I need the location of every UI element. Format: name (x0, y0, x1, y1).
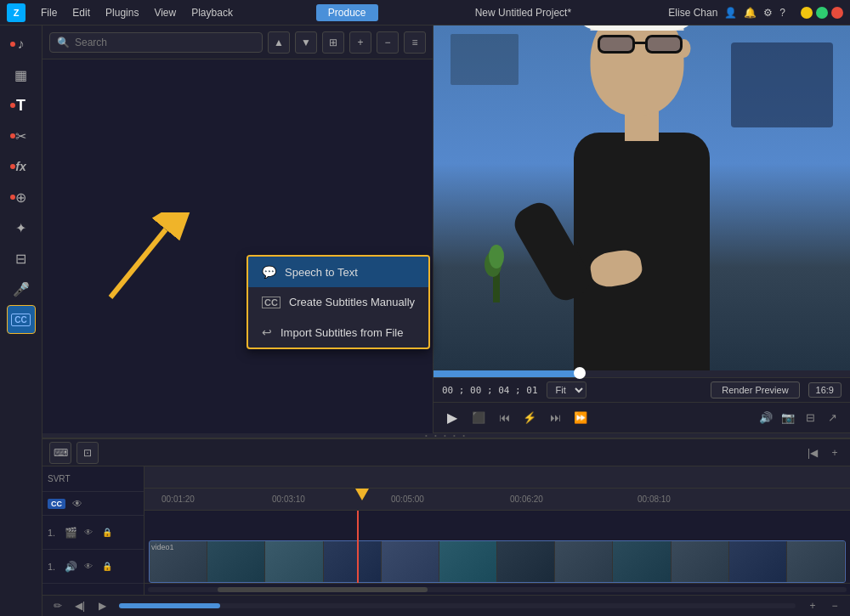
video-thumb-4 (324, 541, 382, 582)
prev-frame-button[interactable]: ⏮ (495, 411, 513, 424)
tool-text[interactable]: T (7, 91, 36, 120)
sort-up-button[interactable]: ▲ (268, 31, 290, 54)
content-area: 🔍 ▲ ▼ ⊞ + − ≡ (42, 25, 850, 616)
cc-eye-icon[interactable]: 👁 (72, 498, 82, 510)
menu-view[interactable]: View (147, 5, 183, 20)
timeline-fit-button[interactable]: ⊡ (76, 442, 99, 464)
audio-track-header: 1. 🔊 👁 🔒 (42, 550, 144, 584)
produce-button[interactable]: Produce (316, 4, 378, 21)
main-layout: ♪ ▦ T ✂ fx ⊕ ✦ ⊟ 🎤 CC (0, 25, 850, 616)
close-button[interactable] (831, 7, 843, 19)
glass-left (598, 35, 635, 54)
video-lock-button[interactable]: 🔒 (99, 525, 115, 540)
progress-bar[interactable] (434, 370, 850, 377)
go-start-button[interactable]: |◀ (804, 444, 821, 461)
sort-down-button[interactable]: ▼ (295, 31, 317, 54)
display-icon[interactable]: ⊟ (801, 411, 819, 424)
tool-template[interactable]: ⊟ (7, 244, 36, 273)
timeline-keyboard-button[interactable]: ⌨ (49, 442, 71, 464)
tool-particle[interactable]: ✦ (7, 213, 36, 242)
play-button[interactable]: ▶ (442, 410, 462, 426)
go-back-button[interactable]: ◀| (71, 597, 88, 614)
audio-eye-button[interactable]: 👁 (81, 559, 96, 574)
volume-icon[interactable]: 🔊 (756, 411, 775, 424)
minimize-button[interactable] (801, 7, 813, 19)
playback-controls: ▶ ⬛ ⏮ ⚡ ⏭ ⏩ 🔊 📷 ⊟ ↗ (434, 403, 850, 433)
ruler-mark-5: 00:08:10 (638, 494, 671, 504)
menu-playback[interactable]: Playback (184, 5, 240, 20)
progress-handle[interactable] (574, 367, 586, 379)
tool-motion[interactable]: ⊕ (7, 183, 36, 212)
tool-dot (10, 42, 15, 47)
glass-right (645, 35, 683, 54)
add-button[interactable]: + (349, 31, 371, 54)
motion-icon: ⊕ (15, 189, 26, 206)
effects-icon: fx (15, 160, 26, 173)
create-subtitles-label: Create Subtitles Manually (289, 296, 415, 308)
stop-button[interactable]: ⬛ (469, 411, 488, 424)
volume-area: 🔊 📷 ⊟ ↗ (756, 411, 842, 424)
ruler-mark-4: 00:06:20 (510, 494, 543, 504)
settings-icon[interactable]: ⚙ (763, 7, 773, 19)
go-forward-button[interactable]: ▶ (94, 597, 110, 614)
notification-icon[interactable]: 🔔 (744, 7, 756, 19)
speech-to-text-item[interactable]: 💬 Speech to Text (248, 257, 428, 287)
tracks-area: video1 (144, 511, 850, 583)
video-thumb-6 (439, 541, 497, 582)
cc-badge: CC (48, 499, 65, 509)
menu-plugins[interactable]: Plugins (99, 5, 145, 20)
timeline-ruler[interactable]: 00:01:20 00:03:10 00:05:00 00:06:20 00:0… (144, 489, 850, 511)
user-avatar-icon[interactable]: 👤 (724, 7, 737, 19)
glass-bridge (635, 42, 645, 44)
tool-media[interactable]: ▦ (7, 60, 36, 89)
video-thumb-10 (672, 541, 729, 582)
tool-transition[interactable]: ✂ (7, 122, 36, 150)
render-preview-button[interactable]: Render Preview (711, 381, 799, 398)
video-track-header: 1. 🎬 👁 🔒 (42, 516, 144, 550)
timeline-add-button[interactable]: + (826, 444, 843, 461)
tool-audio-record[interactable]: 🎤 (7, 274, 36, 303)
fit-select[interactable]: Fit (547, 381, 586, 398)
video-thumb-7 (497, 541, 555, 582)
cc-track-header: CC 👁 (42, 492, 144, 516)
microphone-icon: 🎤 (13, 281, 30, 297)
template-icon: ⊟ (15, 251, 26, 267)
audio-lock-button[interactable]: 🔒 (99, 559, 115, 574)
left-toolbar: ♪ ▦ T ✂ fx ⊕ ✦ ⊟ 🎤 CC (0, 25, 42, 616)
grid-view-button[interactable]: ⊞ (322, 31, 344, 54)
titlebar: Z File Edit Plugins View Playback Produc… (0, 0, 850, 25)
video-track-num: 1. (48, 528, 61, 538)
options-button[interactable]: ≡ (404, 31, 426, 54)
aspect-ratio-button[interactable]: 16:9 (808, 382, 842, 398)
pencil-button[interactable]: ✏ (49, 597, 66, 614)
menu-file[interactable]: File (34, 5, 64, 20)
tool-audio[interactable]: ♪ (7, 30, 36, 59)
zoom-out-button[interactable]: − (826, 597, 843, 614)
user-name: Elise Chan (668, 7, 717, 19)
help-icon[interactable]: ? (779, 7, 785, 19)
remove-button[interactable]: − (377, 31, 399, 54)
export-icon[interactable]: ↗ (823, 411, 842, 424)
particle-icon: ✦ (15, 220, 26, 236)
fast-forward-button[interactable]: ⏩ (571, 411, 590, 424)
create-subtitles-item[interactable]: CC Create Subtitles Manually (248, 287, 428, 317)
zoom-in-button[interactable]: + (804, 597, 821, 614)
video-thumb-8 (555, 541, 613, 582)
tool-dot-4 (10, 164, 15, 169)
timeline-scrollbar[interactable] (144, 583, 850, 595)
tool-subtitle[interactable]: CC (7, 305, 36, 334)
next-frame-button[interactable]: ⏭ (546, 411, 564, 424)
maximize-button[interactable] (816, 7, 828, 19)
menu-edit[interactable]: Edit (65, 5, 97, 20)
search-input[interactable] (75, 37, 255, 48)
user-area: Elise Chan 👤 🔔 ⚙ ? (668, 7, 785, 19)
video-eye-button[interactable]: 👁 (81, 525, 96, 540)
playhead (357, 511, 359, 583)
tool-effects[interactable]: fx (7, 152, 36, 181)
import-subtitles-item[interactable]: ↩ Import Subtitles from File (248, 317, 428, 348)
person-hat (581, 25, 692, 31)
timeline-content: SVRT CC 👁 1. 🎬 👁 🔒 1. (42, 466, 850, 595)
camera-icon[interactable]: 📷 (779, 411, 797, 424)
split-button[interactable]: ⚡ (520, 411, 539, 424)
app-logo: Z (7, 3, 26, 22)
